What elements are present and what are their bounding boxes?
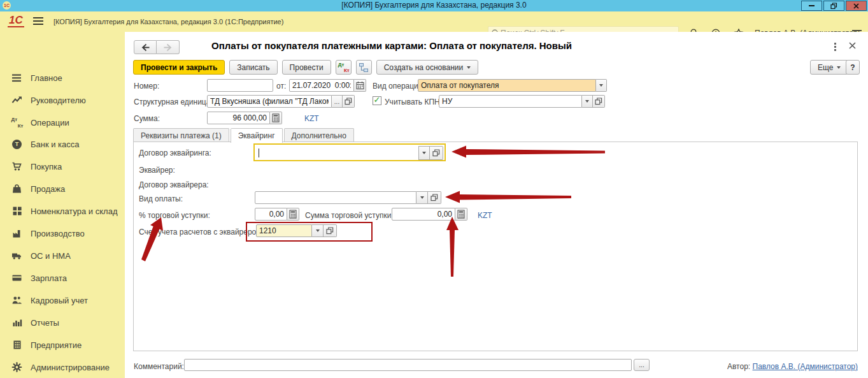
window-titlebar: 1С [КОПИЯ] Бухгалтерия для Казахстана, р…: [0, 0, 868, 11]
chevron-down-icon: [420, 196, 424, 199]
payment-type-dropdown-button[interactable]: [416, 191, 428, 204]
fee-percent-label: % торговой уступки:: [139, 211, 210, 220]
write-button[interactable]: Записать: [229, 60, 277, 75]
maximize-button[interactable]: [823, 1, 844, 11]
calculator-icon: [457, 210, 465, 219]
close-button[interactable]: [846, 1, 867, 11]
minimize-button[interactable]: [801, 1, 822, 11]
comment-field: [184, 359, 632, 372]
acquirer-contract-label: Договор эквайрера:: [139, 180, 209, 189]
payment-type-input[interactable]: [255, 191, 416, 204]
fee-percent-calculator-button[interactable]: [287, 208, 299, 221]
back-button[interactable]: [134, 40, 157, 54]
sidebar-item-operations[interactable]: ДтКт Операции: [0, 113, 125, 132]
payment-type-open-button[interactable]: [428, 191, 441, 204]
structural-unit-input[interactable]: [207, 95, 332, 108]
sidebar-item-nomenclature[interactable]: Номенклатура и склад: [0, 201, 125, 221]
history-nav: [134, 40, 180, 54]
main-menu-icon[interactable]: [33, 17, 43, 27]
post-button[interactable]: Провести: [282, 60, 331, 75]
kpn-checkbox-label: Учитывать КПН: [385, 98, 440, 106]
close-icon: [853, 3, 860, 10]
open-icon: [326, 227, 334, 235]
chevron-down-icon: [585, 100, 589, 103]
sidebar-item-administration[interactable]: Администрирование: [0, 358, 125, 377]
comment-more-button[interactable]: ...: [634, 359, 650, 371]
post-and-close-button[interactable]: Провести и закрыть: [133, 60, 225, 75]
truck-icon: [11, 251, 23, 261]
window-menu-icon[interactable]: [830, 42, 839, 51]
kpn-input[interactable]: [439, 95, 582, 108]
sidebar-item-reports[interactable]: Отчеты: [0, 313, 125, 332]
settlement-account-open-button[interactable]: [324, 224, 337, 237]
settlement-account-input[interactable]: [256, 224, 312, 237]
sidebar-item-sales[interactable]: Продажа: [0, 179, 125, 198]
acquiring-contract-open-button[interactable]: [430, 146, 443, 160]
forward-button[interactable]: [157, 40, 180, 54]
fee-sum-input[interactable]: [392, 208, 455, 221]
chevron-down-icon: [316, 229, 320, 232]
open-icon: [430, 194, 438, 201]
acquiring-contract-input[interactable]: [255, 146, 418, 160]
calculator-icon: [272, 113, 280, 122]
document-structure-button[interactable]: [356, 60, 372, 75]
fee-sum-field: [392, 208, 467, 221]
author-link[interactable]: Павлов А.В. (Администратор): [753, 362, 858, 371]
sidebar-item-purchase[interactable]: Покупка: [0, 157, 125, 176]
structural-unit-label: Структурная единица:: [134, 98, 213, 106]
document-close-icon[interactable]: [848, 41, 857, 52]
fee-sum-calculator-button[interactable]: [455, 208, 467, 221]
sidebar-item-hr[interactable]: Кадровый учет: [0, 291, 125, 310]
chevron-down-icon: [837, 66, 841, 69]
operation-kind-dropdown-button[interactable]: [596, 79, 607, 92]
show-postings-button[interactable]: ДтКт: [336, 60, 352, 75]
card-icon: [11, 273, 23, 284]
operation-kind-field: [418, 79, 607, 92]
sidebar-item-enterprise[interactable]: Предприятие: [0, 335, 125, 354]
back-arrow-icon: [141, 43, 150, 52]
kpn-dropdown-button[interactable]: [582, 95, 593, 108]
sum-field: [207, 112, 282, 124]
date-input[interactable]: [289, 79, 354, 92]
more-button[interactable]: Еще: [810, 60, 848, 75]
sidebar-item-production[interactable]: Производство: [0, 224, 125, 243]
structural-unit-field: ...: [207, 95, 355, 108]
number-field: [207, 79, 273, 92]
tab-payment-details[interactable]: Реквизиты платежа (1): [133, 128, 229, 142]
check-icon: ✓: [374, 97, 381, 103]
kpn-open-button[interactable]: [593, 95, 605, 108]
payment-type-field: [255, 191, 441, 204]
kpn-checkbox[interactable]: ✓: [373, 96, 381, 105]
structure-icon: [359, 62, 369, 73]
sidebar-item-manager[interactable]: Руководителю: [0, 91, 125, 110]
sidebar-item-salary[interactable]: Зарплата: [0, 268, 125, 287]
create-based-on-button[interactable]: Создать на основании: [376, 60, 479, 75]
tab-acquiring[interactable]: Эквайринг: [231, 128, 283, 143]
sidebar-item-main[interactable]: Главное: [0, 68, 125, 87]
acquiring-contract-dropdown-button[interactable]: [418, 146, 430, 160]
author-label: Автор:: [727, 362, 750, 371]
calendar-button[interactable]: [354, 79, 366, 92]
help-button[interactable]: ?: [846, 60, 860, 75]
app-window: 1С [КОПИЯ] Бухгалтерия для Казахстана, р…: [0, 0, 868, 378]
acquiring-contract-label: Договор эквайринга:: [139, 149, 211, 157]
structural-unit-select-button[interactable]: ...: [332, 95, 343, 108]
number-input[interactable]: [207, 79, 273, 92]
date-field: [289, 79, 366, 92]
bag-icon: [11, 184, 23, 194]
tab-additional[interactable]: Дополнительно: [284, 128, 354, 142]
sidebar-item-bank-cash[interactable]: Т Банк и касса: [0, 134, 125, 154]
sum-calculator-button[interactable]: [270, 112, 282, 124]
cart-icon: [11, 161, 23, 172]
fee-percent-input[interactable]: [255, 208, 287, 221]
sum-input[interactable]: [207, 112, 270, 124]
comment-input[interactable]: [184, 359, 632, 371]
acquiring-contract-highlight: [253, 143, 446, 161]
operation-kind-input[interactable]: [418, 79, 596, 92]
logo-1c[interactable]: 1С: [8, 15, 24, 27]
app-toolbar: 1С [КОПИЯ] Бухгалтерия для Казахстана, р…: [0, 11, 868, 32]
settlement-account-dropdown-button[interactable]: [312, 224, 324, 237]
structural-unit-open-button[interactable]: [343, 95, 355, 108]
number-label: Номер:: [134, 82, 159, 91]
sidebar-item-fixed-assets[interactable]: ОС и НМА: [0, 246, 125, 265]
